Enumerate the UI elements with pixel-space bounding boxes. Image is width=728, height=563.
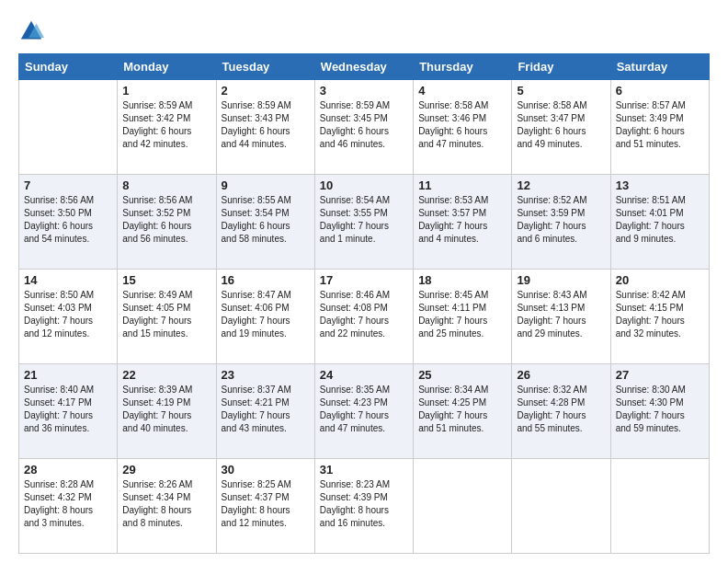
day-info: Sunrise: 8:30 AM Sunset: 4:30 PM Dayligh… <box>616 384 704 435</box>
calendar-day-header: Saturday <box>610 54 709 80</box>
calendar-day-header: Sunday <box>19 54 118 80</box>
day-info: Sunrise: 8:50 AM Sunset: 4:03 PM Dayligh… <box>24 289 112 340</box>
day-number: 12 <box>517 178 605 192</box>
calendar-cell: 22Sunrise: 8:39 AM Sunset: 4:19 PM Dayli… <box>118 364 216 459</box>
calendar-cell: 1Sunrise: 8:59 AM Sunset: 3:42 PM Daylig… <box>118 80 216 175</box>
calendar-cell: 27Sunrise: 8:30 AM Sunset: 4:30 PM Dayli… <box>610 364 709 459</box>
calendar-cell <box>414 459 512 554</box>
calendar-cell: 4Sunrise: 8:58 AM Sunset: 3:46 PM Daylig… <box>414 80 512 175</box>
logo <box>18 18 48 44</box>
calendar-table: SundayMondayTuesdayWednesdayThursdayFrid… <box>18 53 710 554</box>
calendar-cell: 20Sunrise: 8:42 AM Sunset: 4:15 PM Dayli… <box>610 270 709 364</box>
day-info: Sunrise: 8:53 AM Sunset: 3:57 PM Dayligh… <box>418 194 506 246</box>
calendar-cell: 25Sunrise: 8:34 AM Sunset: 4:25 PM Dayli… <box>414 364 512 459</box>
day-number: 13 <box>616 178 704 192</box>
day-number: 23 <box>222 368 310 382</box>
calendar-cell: 2Sunrise: 8:59 AM Sunset: 3:43 PM Daylig… <box>216 80 314 175</box>
day-number: 16 <box>222 273 310 287</box>
day-info: Sunrise: 8:28 AM Sunset: 4:32 PM Dayligh… <box>24 478 112 530</box>
day-number: 19 <box>517 273 605 287</box>
day-number: 27 <box>616 368 704 382</box>
day-info: Sunrise: 8:25 AM Sunset: 4:37 PM Dayligh… <box>222 478 310 530</box>
day-info: Sunrise: 8:37 AM Sunset: 4:21 PM Dayligh… <box>222 384 310 435</box>
calendar-cell: 28Sunrise: 8:28 AM Sunset: 4:32 PM Dayli… <box>19 459 118 554</box>
day-info: Sunrise: 8:46 AM Sunset: 4:08 PM Dayligh… <box>320 289 408 340</box>
day-info: Sunrise: 8:59 AM Sunset: 3:43 PM Dayligh… <box>222 99 310 151</box>
calendar-cell: 11Sunrise: 8:53 AM Sunset: 3:57 PM Dayli… <box>414 175 512 270</box>
calendar-cell: 12Sunrise: 8:52 AM Sunset: 3:59 PM Dayli… <box>512 175 610 270</box>
day-info: Sunrise: 8:59 AM Sunset: 3:42 PM Dayligh… <box>122 99 210 151</box>
day-number: 26 <box>517 368 605 382</box>
day-info: Sunrise: 8:26 AM Sunset: 4:34 PM Dayligh… <box>122 478 210 530</box>
page: SundayMondayTuesdayWednesdayThursdayFrid… <box>0 0 728 563</box>
calendar-cell: 6Sunrise: 8:57 AM Sunset: 3:49 PM Daylig… <box>610 80 709 175</box>
day-number: 30 <box>222 463 310 477</box>
day-info: Sunrise: 8:59 AM Sunset: 3:45 PM Dayligh… <box>320 99 408 151</box>
day-number: 29 <box>122 463 210 477</box>
day-info: Sunrise: 8:39 AM Sunset: 4:19 PM Dayligh… <box>122 384 210 435</box>
day-info: Sunrise: 8:58 AM Sunset: 3:47 PM Dayligh… <box>517 99 605 151</box>
day-number: 28 <box>24 463 112 477</box>
calendar-day-header: Wednesday <box>314 54 413 80</box>
calendar-cell: 21Sunrise: 8:40 AM Sunset: 4:17 PM Dayli… <box>19 364 118 459</box>
day-info: Sunrise: 8:43 AM Sunset: 4:13 PM Dayligh… <box>517 289 605 340</box>
calendar-week-row: 21Sunrise: 8:40 AM Sunset: 4:17 PM Dayli… <box>19 364 710 459</box>
calendar-header-row: SundayMondayTuesdayWednesdayThursdayFrid… <box>19 54 710 80</box>
day-number: 11 <box>418 178 506 192</box>
calendar-day-header: Tuesday <box>216 54 314 80</box>
calendar-cell: 5Sunrise: 8:58 AM Sunset: 3:47 PM Daylig… <box>512 80 610 175</box>
day-number: 20 <box>616 273 704 287</box>
header <box>18 18 710 44</box>
calendar-week-row: 7Sunrise: 8:56 AM Sunset: 3:50 PM Daylig… <box>19 175 710 270</box>
calendar-cell <box>512 459 610 554</box>
day-number: 2 <box>222 84 310 98</box>
day-number: 22 <box>122 368 210 382</box>
day-number: 7 <box>24 178 112 192</box>
day-info: Sunrise: 8:42 AM Sunset: 4:15 PM Dayligh… <box>616 289 704 340</box>
day-info: Sunrise: 8:54 AM Sunset: 3:55 PM Dayligh… <box>320 194 408 246</box>
calendar-week-row: 1Sunrise: 8:59 AM Sunset: 3:42 PM Daylig… <box>19 80 710 175</box>
calendar-cell: 23Sunrise: 8:37 AM Sunset: 4:21 PM Dayli… <box>216 364 314 459</box>
calendar-cell <box>610 459 709 554</box>
day-number: 3 <box>320 84 408 98</box>
calendar-cell: 15Sunrise: 8:49 AM Sunset: 4:05 PM Dayli… <box>118 270 216 364</box>
day-number: 10 <box>320 178 408 192</box>
day-info: Sunrise: 8:47 AM Sunset: 4:06 PM Dayligh… <box>222 289 310 340</box>
calendar-cell: 9Sunrise: 8:55 AM Sunset: 3:54 PM Daylig… <box>216 175 314 270</box>
calendar-cell: 24Sunrise: 8:35 AM Sunset: 4:23 PM Dayli… <box>314 364 413 459</box>
day-info: Sunrise: 8:49 AM Sunset: 4:05 PM Dayligh… <box>122 289 210 340</box>
day-info: Sunrise: 8:45 AM Sunset: 4:11 PM Dayligh… <box>418 289 506 340</box>
day-number: 4 <box>418 84 506 98</box>
day-info: Sunrise: 8:23 AM Sunset: 4:39 PM Dayligh… <box>320 478 408 530</box>
day-info: Sunrise: 8:32 AM Sunset: 4:28 PM Dayligh… <box>517 384 605 435</box>
day-number: 21 <box>24 368 112 382</box>
day-info: Sunrise: 8:51 AM Sunset: 4:01 PM Dayligh… <box>616 194 704 246</box>
day-number: 5 <box>517 84 605 98</box>
calendar-day-header: Thursday <box>414 54 512 80</box>
day-number: 8 <box>122 178 210 192</box>
calendar-cell <box>19 80 118 175</box>
day-number: 6 <box>616 84 704 98</box>
calendar-cell: 3Sunrise: 8:59 AM Sunset: 3:45 PM Daylig… <box>314 80 413 175</box>
calendar-cell: 13Sunrise: 8:51 AM Sunset: 4:01 PM Dayli… <box>610 175 709 270</box>
day-info: Sunrise: 8:58 AM Sunset: 3:46 PM Dayligh… <box>418 99 506 151</box>
day-info: Sunrise: 8:55 AM Sunset: 3:54 PM Dayligh… <box>222 194 310 246</box>
day-info: Sunrise: 8:56 AM Sunset: 3:50 PM Dayligh… <box>24 194 112 246</box>
day-info: Sunrise: 8:56 AM Sunset: 3:52 PM Dayligh… <box>122 194 210 246</box>
calendar-cell: 18Sunrise: 8:45 AM Sunset: 4:11 PM Dayli… <box>414 270 512 364</box>
day-number: 17 <box>320 273 408 287</box>
day-info: Sunrise: 8:35 AM Sunset: 4:23 PM Dayligh… <box>320 384 408 435</box>
day-number: 9 <box>222 178 310 192</box>
calendar-cell: 17Sunrise: 8:46 AM Sunset: 4:08 PM Dayli… <box>314 270 413 364</box>
day-number: 15 <box>122 273 210 287</box>
day-info: Sunrise: 8:40 AM Sunset: 4:17 PM Dayligh… <box>24 384 112 435</box>
calendar-cell: 31Sunrise: 8:23 AM Sunset: 4:39 PM Dayli… <box>314 459 413 554</box>
calendar-cell: 16Sunrise: 8:47 AM Sunset: 4:06 PM Dayli… <box>216 270 314 364</box>
day-info: Sunrise: 8:52 AM Sunset: 3:59 PM Dayligh… <box>517 194 605 246</box>
calendar-cell: 19Sunrise: 8:43 AM Sunset: 4:13 PM Dayli… <box>512 270 610 364</box>
calendar-cell: 10Sunrise: 8:54 AM Sunset: 3:55 PM Dayli… <box>314 175 413 270</box>
day-info: Sunrise: 8:34 AM Sunset: 4:25 PM Dayligh… <box>418 384 506 435</box>
calendar-cell: 8Sunrise: 8:56 AM Sunset: 3:52 PM Daylig… <box>118 175 216 270</box>
calendar-week-row: 14Sunrise: 8:50 AM Sunset: 4:03 PM Dayli… <box>19 270 710 364</box>
calendar-cell: 30Sunrise: 8:25 AM Sunset: 4:37 PM Dayli… <box>216 459 314 554</box>
